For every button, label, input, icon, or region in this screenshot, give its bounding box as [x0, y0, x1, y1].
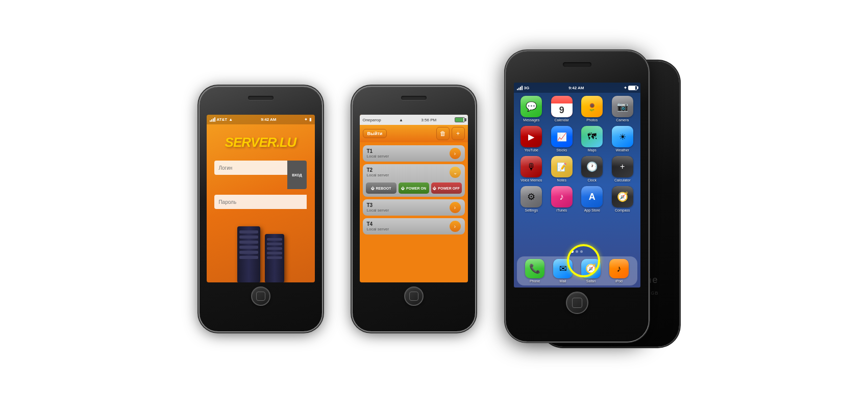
ipod-label: iPod [615, 279, 623, 283]
ipod-icon: ♪ [609, 259, 629, 278]
app-appstore[interactable]: A App Store [579, 186, 606, 212]
bluetooth-icon: ✦ [304, 117, 308, 122]
dock-mail[interactable]: ✉ Mail [549, 259, 577, 283]
ios-time: 9:42 AM [568, 86, 584, 90]
phone-1-screen: AT&T ▲ 9:42 AM ✦ ▮ SERVER.LU [207, 115, 315, 282]
phone-1-wrap: AT&T ▲ 9:42 AM ✦ ▮ SERVER.LU [200, 87, 322, 331]
weather-label: Weather [616, 148, 629, 152]
signal-bar-2 [211, 119, 212, 122]
server-t3-sub: Local server [367, 208, 389, 213]
ios-battery [628, 86, 637, 90]
login-row: ВХОД [214, 161, 306, 189]
phone-1-home-button[interactable] [251, 286, 270, 306]
server-t1-name: T1 [367, 148, 389, 154]
logo-text: SERVER.LU [225, 135, 296, 150]
ios-status-right: ✦ [624, 86, 637, 90]
server-illustration [230, 219, 291, 282]
dock-phone[interactable]: 📞 Phone [521, 259, 549, 283]
server-t2-header[interactable]: T2 Local server ⌄ [363, 164, 465, 180]
power-on-button[interactable]: ⏻ POWER ON [399, 182, 429, 194]
server-item-t1: T1 Local server › [363, 145, 465, 162]
signal-bar-1 [210, 120, 211, 122]
settings-icon: ⚙ [520, 186, 542, 207]
messages-label: Messages [523, 118, 539, 122]
server-item-t4: T4 Local server › [363, 218, 465, 234]
server-tower-1 [237, 226, 260, 282]
youtube-label: YouTube [524, 148, 538, 152]
maps-label: Maps [588, 148, 597, 152]
app-calculator[interactable]: + Calculator [609, 156, 636, 182]
wifi-label: ▲ [229, 117, 233, 122]
reboot-button[interactable]: ⏻ REBOOT [366, 182, 396, 194]
login-button[interactable]: ВХОД [287, 161, 306, 189]
server-t2-name: T2 [367, 167, 389, 173]
app-maps[interactable]: 🗺 Maps [579, 126, 606, 152]
server-screen: Оператор ▲ 3:56 PM Выйти 🗑 + [360, 115, 468, 282]
server-t2-sub: Local server [367, 173, 389, 177]
exit-button[interactable]: Выйти [363, 129, 387, 138]
app-weather[interactable]: ☀ Weather [609, 126, 636, 152]
app-compass[interactable]: 🧭 Compass [609, 186, 636, 212]
add-icon[interactable]: + [452, 127, 465, 140]
signal-bar-3 [213, 118, 214, 122]
phone-2-home-button[interactable] [404, 286, 424, 306]
app-itunes[interactable]: ♪ iTunes [548, 186, 576, 212]
carrier-label: AT&T [217, 117, 228, 122]
voice-icon: 🎙 [520, 156, 542, 177]
phone-2-screen: Оператор ▲ 3:56 PM Выйти 🗑 + [360, 115, 468, 282]
iphone-home-button[interactable] [566, 292, 588, 314]
app-settings[interactable]: ⚙ Settings [518, 186, 545, 212]
power-icon: ⏻ [371, 187, 375, 190]
delete-icon[interactable]: 🗑 [436, 127, 450, 140]
notes-icon: 📝 [551, 156, 573, 177]
app-camera[interactable]: 📷 Camera [609, 96, 636, 122]
calendar-icon: 9 [551, 96, 573, 117]
password-input[interactable] [214, 195, 306, 209]
app-notes[interactable]: 📝 Notes [548, 156, 576, 182]
status-bar-1: AT&T ▲ 9:42 AM ✦ ▮ [207, 115, 315, 124]
appstore-label: App Store [584, 208, 600, 212]
app-clock[interactable]: 🕐 Clock [579, 156, 606, 182]
dock-safari[interactable]: 🧭 Safari [577, 259, 605, 283]
login-input[interactable] [214, 161, 287, 175]
server-t3-arrow: › [450, 202, 461, 213]
compass-icon: 🧭 [612, 186, 633, 207]
calendar-label: Calendar [555, 118, 569, 122]
appstore-icon: A [581, 186, 603, 207]
password-row [214, 193, 306, 209]
carrier-2: Оператор [363, 118, 381, 122]
clock-icon: 🕐 [581, 156, 603, 177]
battery-icon: ▮ [309, 117, 311, 122]
dock: 📞 Phone ✉ Mail 🧭 Safari ♪ iPod [517, 256, 637, 285]
ios-bt: ✦ [624, 86, 627, 90]
itunes-label: iTunes [556, 208, 567, 212]
server-t4-header[interactable]: T4 Local server › [363, 218, 465, 234]
status-left: AT&T ▲ [210, 117, 233, 122]
phone-2-wrap: Оператор ▲ 3:56 PM Выйти 🗑 + [353, 87, 475, 331]
app-photos[interactable]: 🌻 Photos [579, 96, 606, 122]
app-stocks[interactable]: 📈 Stocks [548, 126, 576, 152]
home-screen: 3G 9:42 AM ✦ 💬 [514, 83, 640, 288]
server-t1-header[interactable]: T1 Local server › [363, 145, 465, 162]
app-voice-memos[interactable]: 🎙 Voice Memos [518, 156, 545, 182]
nav-bar: Выйти 🗑 + [360, 125, 468, 142]
server-t4-arrow: › [450, 221, 461, 232]
maps-icon: 🗺 [581, 126, 603, 147]
power-off-button[interactable]: ⏻ POWER OFF [431, 182, 462, 194]
server-t4-sub: Local server [367, 227, 389, 231]
time-2: 3:56 PM [421, 118, 436, 122]
phone-3-wrap:  iPhone 32GB 3G 9:42 A [506, 51, 669, 367]
settings-label: Settings [525, 208, 538, 212]
server-t1-arrow: › [450, 148, 461, 159]
app-calendar[interactable]: 9 Calendar [548, 96, 576, 122]
stocks-icon: 📈 [551, 126, 573, 147]
photos-icon: 🌻 [581, 96, 603, 117]
dock-ipod[interactable]: ♪ iPod [605, 259, 633, 283]
app-youtube[interactable]: ▶ YouTube [518, 126, 545, 152]
server-t3-header[interactable]: T3 Local server › [363, 199, 465, 216]
ios-status-left: 3G [517, 86, 530, 90]
signal-bars [210, 117, 215, 122]
ios-carrier: 3G [524, 86, 530, 90]
messages-icon: 💬 [520, 96, 542, 117]
app-messages[interactable]: 💬 Messages [518, 96, 545, 122]
